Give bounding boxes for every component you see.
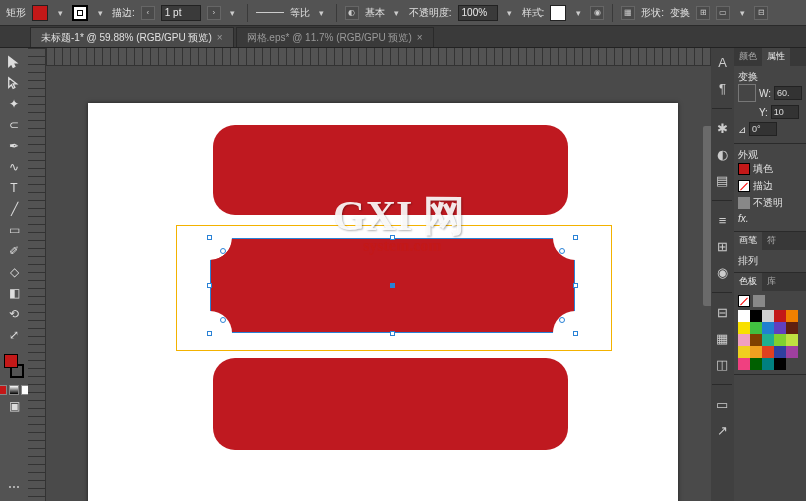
y-input[interactable] xyxy=(771,105,799,119)
anchor-handle[interactable] xyxy=(573,235,578,240)
stroke-weight-input[interactable] xyxy=(161,5,201,21)
brushes-panel-icon[interactable]: ⊞ xyxy=(714,238,731,255)
rectangle-tool[interactable]: ▭ xyxy=(2,220,26,240)
selection-tool[interactable] xyxy=(2,52,26,72)
ruler-vertical[interactable] xyxy=(28,48,46,501)
ruler-horizontal[interactable] xyxy=(46,48,711,66)
swatch-color[interactable] xyxy=(738,358,750,370)
rotate-tool[interactable]: ⟲ xyxy=(2,304,26,324)
swatch-color[interactable] xyxy=(774,310,786,322)
swatch-color[interactable] xyxy=(786,346,798,358)
eraser-tool[interactable]: ◧ xyxy=(2,283,26,303)
swatch-color[interactable] xyxy=(738,310,750,322)
curvature-tool[interactable]: ∿ xyxy=(2,157,26,177)
swatch-color[interactable] xyxy=(750,334,762,346)
type-tool[interactable]: T xyxy=(2,178,26,198)
appearance-panel-icon[interactable]: ◉ xyxy=(714,264,731,281)
scrollbar-vertical[interactable] xyxy=(701,66,711,501)
lasso-tool[interactable]: ⊂ xyxy=(2,115,26,135)
align-panel-icon[interactable]: ⊟ xyxy=(714,304,731,321)
brush-tool[interactable]: ✐ xyxy=(2,241,26,261)
close-icon[interactable]: × xyxy=(217,32,223,43)
gradient-btn[interactable] xyxy=(9,385,19,395)
swatches-tab[interactable]: 色板 xyxy=(734,273,762,291)
fill-color[interactable] xyxy=(4,354,18,368)
document-tab-active[interactable]: 未标题-1* @ 59.88% (RGB/GPU 预览) × xyxy=(30,27,234,47)
misc-btn-3[interactable]: ⊟ xyxy=(754,6,768,20)
graphic-style-dd[interactable]: ▾ xyxy=(572,5,584,21)
solid-color-btn[interactable] xyxy=(0,385,7,395)
recolor-btn[interactable]: ◉ xyxy=(590,6,604,20)
stroke-swatch[interactable] xyxy=(72,5,88,21)
symbols-tab[interactable]: 符 xyxy=(762,232,781,250)
scale-tool[interactable]: ⤢ xyxy=(2,325,26,345)
corner-widget[interactable] xyxy=(559,317,565,323)
fill-swatch[interactable] xyxy=(32,5,48,21)
artboard[interactable]: GXI 网 system.com xyxy=(88,103,678,501)
reference-point-icon[interactable] xyxy=(738,84,756,102)
canvas-area[interactable]: GXI 网 system.com xyxy=(28,48,711,501)
swatch-color[interactable] xyxy=(762,322,774,334)
none-swatch[interactable] xyxy=(738,295,750,307)
stroke-dropdown-icon[interactable]: ▾ xyxy=(94,5,106,21)
close-icon[interactable]: × xyxy=(417,32,423,43)
profile-btn[interactable]: ◐ xyxy=(345,6,359,20)
anchor-handle[interactable] xyxy=(573,331,578,336)
misc-dd[interactable]: ▾ xyxy=(736,5,748,21)
angle-input[interactable] xyxy=(749,122,777,136)
w-input[interactable] xyxy=(774,86,802,100)
gradient-panel-icon[interactable]: ▤ xyxy=(714,172,731,189)
registration-swatch[interactable] xyxy=(753,295,765,307)
swatch-color[interactable] xyxy=(786,334,798,346)
text-panel-icon[interactable]: A xyxy=(714,54,731,71)
pen-tool[interactable]: ✒ xyxy=(2,136,26,156)
brush-tab[interactable]: 画笔 xyxy=(734,232,762,250)
swatch-color[interactable] xyxy=(786,310,798,322)
attributes-tab[interactable]: 属性 xyxy=(762,48,790,66)
stroke-panel-icon[interactable]: ≡ xyxy=(714,212,731,229)
opacity-dd[interactable]: ▾ xyxy=(504,5,516,21)
scrollbar-thumb[interactable] xyxy=(703,126,711,306)
shaper-tool[interactable]: ◇ xyxy=(2,262,26,282)
corner-widget[interactable] xyxy=(220,317,226,323)
opacity-input[interactable] xyxy=(458,5,498,21)
swatch-color[interactable] xyxy=(774,358,786,370)
css-panel-icon[interactable]: ▭ xyxy=(714,396,731,413)
transform-panel-icon[interactable]: ◫ xyxy=(714,356,731,373)
swatch-color[interactable] xyxy=(762,334,774,346)
fill-color-swatch[interactable] xyxy=(738,163,750,175)
paragraph-panel-icon[interactable]: ¶ xyxy=(714,80,731,97)
dash-preview[interactable] xyxy=(256,6,284,20)
anchor-handle[interactable] xyxy=(207,235,212,240)
document-tab-inactive[interactable]: 网格.eps* @ 11.7% (RGB/GPU 预览) × xyxy=(236,27,434,47)
export-panel-icon[interactable]: ↗ xyxy=(714,422,731,439)
misc-btn-1[interactable]: ⊞ xyxy=(696,6,710,20)
line-tool[interactable]: ╱ xyxy=(2,199,26,219)
dash-dd[interactable]: ▾ xyxy=(316,5,328,21)
transparency-panel-icon[interactable]: ◐ xyxy=(714,146,731,163)
fill-dropdown-icon[interactable]: ▾ xyxy=(54,5,66,21)
center-point[interactable] xyxy=(390,283,395,288)
anchor-handle[interactable] xyxy=(207,331,212,336)
anchor-handle[interactable] xyxy=(573,283,578,288)
stroke-unit-dd[interactable]: ▾ xyxy=(227,5,239,21)
symbols-panel-icon[interactable]: ✱ xyxy=(714,120,731,137)
corner-widget[interactable] xyxy=(559,248,565,254)
swatch-color[interactable] xyxy=(762,346,774,358)
swatch-color[interactable] xyxy=(750,322,762,334)
edit-toolbar-btn[interactable]: ⋯ xyxy=(2,477,26,497)
swatch-color[interactable] xyxy=(786,322,798,334)
stroke-inc[interactable]: › xyxy=(207,6,221,20)
opacity-swatch[interactable] xyxy=(738,197,750,209)
pathfinder-panel-icon[interactable]: ▦ xyxy=(714,330,731,347)
rounded-rect-3[interactable] xyxy=(213,358,568,450)
screen-mode-btn[interactable]: ▣ xyxy=(2,396,26,416)
misc-btn-2[interactable]: ▭ xyxy=(716,6,730,20)
swatch-color[interactable] xyxy=(774,334,786,346)
swatch-color[interactable] xyxy=(774,346,786,358)
library-tab[interactable]: 库 xyxy=(762,273,781,291)
swatch-color[interactable] xyxy=(738,346,750,358)
graphic-style-swatch[interactable] xyxy=(550,5,566,21)
swatch-color[interactable] xyxy=(750,346,762,358)
style-dd[interactable]: ▾ xyxy=(391,5,403,21)
